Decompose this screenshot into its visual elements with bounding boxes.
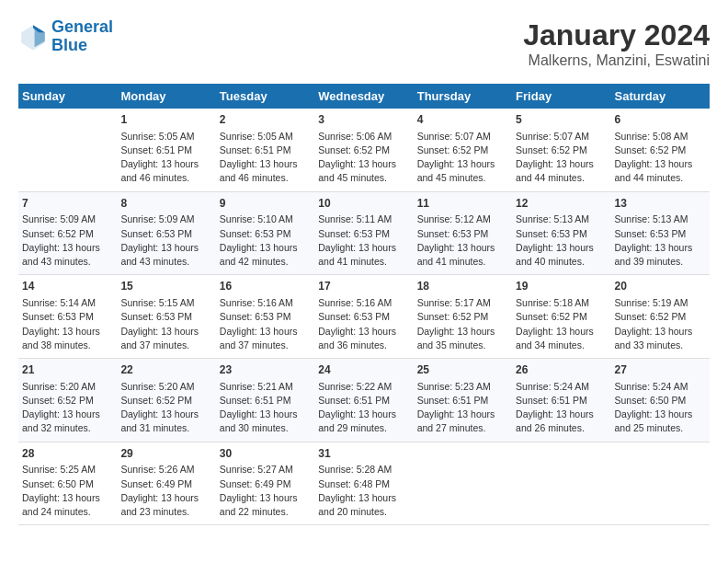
calendar-cell: 2Sunrise: 5:05 AM Sunset: 6:51 PM Daylig… — [216, 109, 314, 191]
day-number: 15 — [120, 279, 211, 294]
day-number: 5 — [516, 112, 607, 128]
calendar-cell: 9Sunrise: 5:10 AM Sunset: 6:53 PM Daylig… — [216, 191, 314, 275]
header-cell-tuesday: Tuesday — [216, 84, 314, 109]
day-info: Sunrise: 5:23 AM Sunset: 6:51 PM Dayligh… — [417, 380, 508, 436]
calendar-cell: 13Sunrise: 5:13 AM Sunset: 6:53 PM Dayli… — [611, 191, 710, 275]
header-row: SundayMondayTuesdayWednesdayThursdayFrid… — [18, 84, 710, 109]
header-cell-wednesday: Wednesday — [314, 84, 413, 109]
day-info: Sunrise: 5:07 AM Sunset: 6:52 PM Dayligh… — [516, 130, 607, 186]
day-number: 10 — [318, 196, 409, 212]
calendar-cell: 14Sunrise: 5:14 AM Sunset: 6:53 PM Dayli… — [18, 275, 117, 359]
day-number: 22 — [120, 362, 211, 378]
day-info: Sunrise: 5:05 AM Sunset: 6:51 PM Dayligh… — [120, 130, 211, 186]
day-number: 30 — [220, 446, 311, 462]
logo: General Blue — [18, 18, 113, 55]
day-number: 4 — [417, 112, 508, 128]
calendar-cell: 7Sunrise: 5:09 AM Sunset: 6:52 PM Daylig… — [18, 191, 117, 275]
day-number: 24 — [318, 362, 409, 378]
calendar-cell: 24Sunrise: 5:22 AM Sunset: 6:51 PM Dayli… — [314, 359, 413, 442]
day-info: Sunrise: 5:09 AM Sunset: 6:52 PM Dayligh… — [22, 213, 113, 269]
day-info: Sunrise: 5:15 AM Sunset: 6:53 PM Dayligh… — [120, 296, 211, 352]
day-number: 3 — [318, 112, 409, 128]
calendar-cell: 3Sunrise: 5:06 AM Sunset: 6:52 PM Daylig… — [314, 109, 413, 191]
day-info: Sunrise: 5:21 AM Sunset: 6:51 PM Dayligh… — [220, 380, 311, 436]
day-number: 14 — [22, 279, 113, 294]
day-number: 6 — [615, 112, 706, 128]
day-number: 21 — [22, 362, 113, 378]
logo-line1: General — [51, 17, 113, 36]
day-info: Sunrise: 5:09 AM Sunset: 6:53 PM Dayligh… — [120, 213, 211, 269]
calendar-cell: 17Sunrise: 5:16 AM Sunset: 6:53 PM Dayli… — [314, 275, 413, 359]
day-info: Sunrise: 5:16 AM Sunset: 6:53 PM Dayligh… — [318, 296, 409, 352]
calendar-cell: 10Sunrise: 5:11 AM Sunset: 6:53 PM Dayli… — [314, 191, 413, 275]
day-info: Sunrise: 5:20 AM Sunset: 6:52 PM Dayligh… — [120, 380, 211, 436]
calendar-cell: 12Sunrise: 5:13 AM Sunset: 6:53 PM Dayli… — [512, 191, 610, 275]
week-row-3: 14Sunrise: 5:14 AM Sunset: 6:53 PM Dayli… — [18, 275, 710, 359]
day-info: Sunrise: 5:17 AM Sunset: 6:52 PM Dayligh… — [417, 296, 508, 352]
calendar-table: SundayMondayTuesdayWednesdayThursdayFrid… — [18, 84, 710, 525]
day-info: Sunrise: 5:14 AM Sunset: 6:53 PM Dayligh… — [22, 296, 113, 352]
calendar-cell: 28Sunrise: 5:25 AM Sunset: 6:50 PM Dayli… — [18, 442, 117, 525]
page-title: January 2024 — [523, 18, 710, 52]
day-number: 26 — [516, 362, 607, 378]
calendar-cell: 18Sunrise: 5:17 AM Sunset: 6:52 PM Dayli… — [414, 275, 512, 359]
calendar-cell: 26Sunrise: 5:24 AM Sunset: 6:51 PM Dayli… — [512, 359, 610, 442]
day-info: Sunrise: 5:26 AM Sunset: 6:49 PM Dayligh… — [120, 463, 211, 519]
day-number: 27 — [615, 362, 706, 378]
calendar-cell: 22Sunrise: 5:20 AM Sunset: 6:52 PM Dayli… — [117, 359, 215, 442]
calendar-cell: 21Sunrise: 5:20 AM Sunset: 6:52 PM Dayli… — [18, 359, 117, 442]
day-info: Sunrise: 5:13 AM Sunset: 6:53 PM Dayligh… — [615, 213, 706, 269]
day-number: 9 — [220, 196, 311, 212]
calendar-cell: 30Sunrise: 5:27 AM Sunset: 6:49 PM Dayli… — [216, 442, 314, 525]
day-info: Sunrise: 5:10 AM Sunset: 6:53 PM Dayligh… — [220, 213, 311, 269]
week-row-2: 7Sunrise: 5:09 AM Sunset: 6:52 PM Daylig… — [18, 191, 710, 275]
day-info: Sunrise: 5:19 AM Sunset: 6:52 PM Dayligh… — [615, 296, 706, 352]
calendar-cell: 29Sunrise: 5:26 AM Sunset: 6:49 PM Dayli… — [117, 442, 215, 525]
calendar-cell: 31Sunrise: 5:28 AM Sunset: 6:48 PM Dayli… — [314, 442, 413, 525]
day-number: 29 — [120, 446, 211, 462]
week-row-1: 1Sunrise: 5:05 AM Sunset: 6:51 PM Daylig… — [18, 109, 710, 191]
header-cell-monday: Monday — [117, 84, 215, 109]
calendar-cell: 5Sunrise: 5:07 AM Sunset: 6:52 PM Daylig… — [512, 109, 610, 191]
day-number: 28 — [22, 446, 113, 462]
calendar-cell: 25Sunrise: 5:23 AM Sunset: 6:51 PM Dayli… — [414, 359, 512, 442]
day-info: Sunrise: 5:06 AM Sunset: 6:52 PM Dayligh… — [318, 130, 409, 186]
calendar-cell: 15Sunrise: 5:15 AM Sunset: 6:53 PM Dayli… — [117, 275, 215, 359]
calendar-cell — [414, 442, 512, 525]
calendar-cell: 4Sunrise: 5:07 AM Sunset: 6:52 PM Daylig… — [414, 109, 512, 191]
calendar-cell — [18, 109, 117, 191]
calendar-cell: 20Sunrise: 5:19 AM Sunset: 6:52 PM Dayli… — [611, 275, 710, 359]
day-number: 12 — [516, 196, 607, 212]
day-number: 13 — [615, 196, 706, 212]
day-info: Sunrise: 5:27 AM Sunset: 6:49 PM Dayligh… — [220, 463, 311, 519]
day-number: 23 — [220, 362, 311, 378]
header-cell-sunday: Sunday — [18, 84, 117, 109]
day-info: Sunrise: 5:08 AM Sunset: 6:52 PM Dayligh… — [615, 130, 706, 186]
week-row-4: 21Sunrise: 5:20 AM Sunset: 6:52 PM Dayli… — [18, 359, 710, 442]
day-info: Sunrise: 5:12 AM Sunset: 6:53 PM Dayligh… — [417, 213, 508, 269]
calendar-cell: 23Sunrise: 5:21 AM Sunset: 6:51 PM Dayli… — [216, 359, 314, 442]
day-info: Sunrise: 5:25 AM Sunset: 6:50 PM Dayligh… — [22, 463, 113, 519]
day-number: 1 — [120, 112, 211, 128]
day-number: 7 — [22, 196, 113, 212]
header-cell-saturday: Saturday — [611, 84, 710, 109]
calendar-cell: 11Sunrise: 5:12 AM Sunset: 6:53 PM Dayli… — [414, 191, 512, 275]
day-number: 25 — [417, 362, 508, 378]
day-number: 16 — [220, 279, 311, 294]
calendar-cell: 16Sunrise: 5:16 AM Sunset: 6:53 PM Dayli… — [216, 275, 314, 359]
logo-text: General Blue — [51, 18, 113, 55]
day-number: 31 — [318, 446, 409, 462]
day-info: Sunrise: 5:18 AM Sunset: 6:52 PM Dayligh… — [516, 296, 607, 352]
day-info: Sunrise: 5:24 AM Sunset: 6:50 PM Dayligh… — [615, 380, 706, 436]
calendar-cell — [512, 442, 610, 525]
day-number: 8 — [120, 196, 211, 212]
calendar-body: 1Sunrise: 5:05 AM Sunset: 6:51 PM Daylig… — [18, 109, 710, 525]
day-number: 2 — [220, 112, 311, 128]
day-number: 11 — [417, 196, 508, 212]
day-info: Sunrise: 5:24 AM Sunset: 6:51 PM Dayligh… — [516, 380, 607, 436]
day-number: 18 — [417, 279, 508, 294]
day-info: Sunrise: 5:16 AM Sunset: 6:53 PM Dayligh… — [220, 296, 311, 352]
logo-icon — [18, 22, 48, 52]
title-block: January 2024 Malkerns, Manzini, Eswatini — [523, 18, 710, 69]
calendar-cell: 6Sunrise: 5:08 AM Sunset: 6:52 PM Daylig… — [611, 109, 710, 191]
